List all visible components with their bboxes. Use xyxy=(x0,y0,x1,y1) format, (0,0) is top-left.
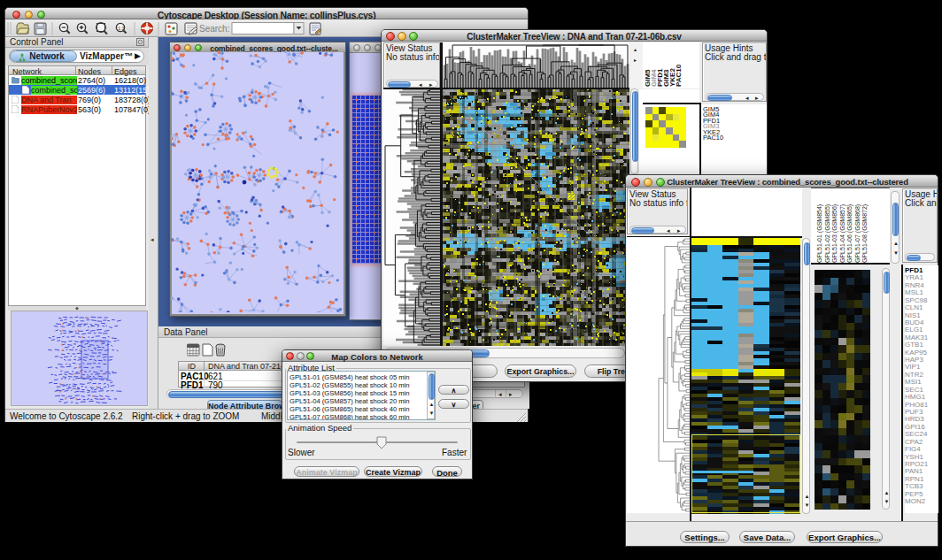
svg-text:GPL51-04 (GSM857): GPL51-04 (GSM857) xyxy=(839,204,846,263)
svg-text:1:1: 1:1 xyxy=(118,26,125,31)
svg-text:GPL51-02 (GSM855): GPL51-02 (GSM855) xyxy=(824,204,831,263)
svg-text:GPL51-08 (GSM872): GPL51-08 (GSM872) xyxy=(861,204,869,263)
svg-text:GPL51-06 (GSM865): GPL51-06 (GSM865) xyxy=(846,204,853,263)
svg-text:PAC10: PAC10 xyxy=(675,64,683,87)
svg-text:GPL51-07 (GSM868): GPL51-07 (GSM868) xyxy=(854,204,861,263)
svg-text:Search:: Search: xyxy=(199,24,229,34)
svg-text:GPL51-03 (GSM856): GPL51-03 (GSM856) xyxy=(831,204,838,263)
svg-text:GPL51-01 (GSM854): GPL51-01 (GSM854) xyxy=(816,204,823,263)
